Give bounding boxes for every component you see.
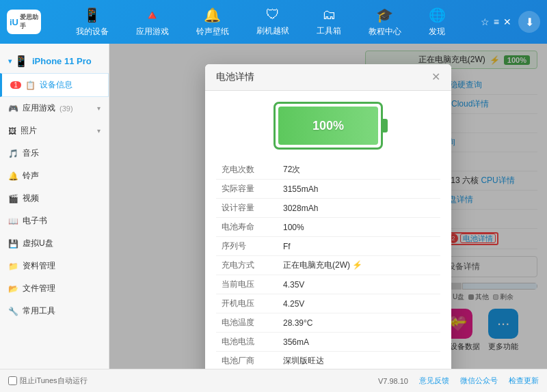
toolbox-icon: 🗂 xyxy=(322,7,336,23)
nav-discover[interactable]: 🌐 发现 xyxy=(415,1,459,43)
nav-right: ☆ ≡ ✕ ⬇ xyxy=(481,11,540,33)
sidebar-item-tools[interactable]: 🔧 常用工具 xyxy=(0,300,109,322)
file-manage-sidebar-icon: 📂 xyxy=(8,284,18,294)
modal-title: 电池详情 xyxy=(216,71,254,83)
photos-arrow-icon: ▾ xyxy=(97,127,101,135)
nav-ringtone-label: 铃声壁纸 xyxy=(196,26,229,38)
sidebar-item-music[interactable]: 🎵 音乐 xyxy=(0,142,109,165)
row-value: 28.39°C xyxy=(278,313,440,333)
jailbreak-icon: 🛡 xyxy=(266,7,280,23)
sidebar-device-label: iPhone 11 Pro xyxy=(32,56,92,66)
battery-visual: 100% xyxy=(216,102,440,150)
table-row: 开机电压 4.25V xyxy=(216,294,440,313)
nav-discover-label: 发现 xyxy=(429,26,445,38)
sidebar-ringtone-label: 铃声 xyxy=(23,170,39,182)
row-label: 电池电流 xyxy=(216,333,278,352)
row-value: 356mA xyxy=(278,333,440,352)
row-label: 开机电压 xyxy=(216,294,278,313)
bottom-bar: 阻止iTunes自动运行 V7.98.10 意见反馈 微信公众号 检查更新 xyxy=(0,369,547,392)
update-link[interactable]: 检查更新 xyxy=(509,376,539,386)
row-label: 序列号 xyxy=(216,237,278,256)
table-row: 当前电压 4.35V xyxy=(216,275,440,294)
wechat-link[interactable]: 微信公众号 xyxy=(460,376,498,386)
battery-inner: 100% xyxy=(278,107,378,145)
row-value: 3155mAh xyxy=(278,180,440,199)
music-sidebar-icon: 🎵 xyxy=(8,149,18,158)
row-value: 4.35V xyxy=(278,275,440,294)
sidebar-item-photos[interactable]: 🖼 照片 ▾ xyxy=(0,120,109,142)
apps-sidebar-icon: 🎮 xyxy=(8,104,18,113)
row-label: 电池厂商 xyxy=(216,352,278,369)
sidebar-tools-label: 常用工具 xyxy=(23,305,55,317)
device-info-badge: 1 xyxy=(10,81,21,89)
app-logo: iU 爱思助手 xyxy=(7,10,41,34)
ebook-sidebar-icon: 📖 xyxy=(8,216,18,226)
table-row: 实际容量 3155mAh xyxy=(216,180,440,199)
sidebar-item-ringtone[interactable]: 🔔 铃声 xyxy=(0,165,109,187)
phone-icon: 📱 xyxy=(14,55,28,68)
device-info-icon: 📋 xyxy=(25,81,36,90)
table-row: 设计容量 3028mAh xyxy=(216,199,440,218)
row-value: 4.25V xyxy=(278,294,440,313)
row-value: 72次 xyxy=(278,160,440,180)
nav-ringtone[interactable]: 🔔 铃声壁纸 xyxy=(183,1,243,43)
main-area: ▾ 📱 iPhone 11 Pro 1 📋 设备信息 🎮 应用游戏 (39) ▾… xyxy=(0,44,547,369)
modal-detail-table: 充电次数 72次 实际容量 3155mAh 设计容量 3028mAh 电池寿 xyxy=(216,160,440,369)
nav-items: 📱 我的设备 🔺 应用游戏 🔔 铃声壁纸 🛡 刷机越狱 🗂 工具箱 🎓 教程中心… xyxy=(41,1,481,43)
nav-tutorials[interactable]: 🎓 教程中心 xyxy=(355,1,415,43)
modal-body: 100% 充电次数 72次 实际容量 3155mAh xyxy=(205,91,451,369)
sidebar-item-device-info[interactable]: 1 📋 设备信息 xyxy=(0,73,109,97)
ringtone-icon: 🔔 xyxy=(204,7,221,23)
tutorials-icon: 🎓 xyxy=(376,7,393,23)
itunes-checkbox[interactable]: 阻止iTunes自动运行 xyxy=(8,376,88,386)
row-value: 100% xyxy=(278,218,440,237)
sidebar-data-manage-label: 资料管理 xyxy=(23,260,55,272)
sidebar-photos-label: 照片 xyxy=(21,125,37,137)
nav-apps[interactable]: 🔺 应用游戏 xyxy=(122,1,183,43)
row-value: Ff xyxy=(278,237,440,256)
itunes-checkbox-input[interactable] xyxy=(8,376,17,385)
sidebar-ebook-label: 电子书 xyxy=(23,215,47,227)
sidebar-item-udisk[interactable]: 💾 虚拟U盘 xyxy=(0,232,109,255)
battery-modal-pct: 100% xyxy=(312,119,344,133)
nav-jailbreak[interactable]: 🛡 刷机越狱 xyxy=(243,1,303,43)
sidebar-music-label: 音乐 xyxy=(23,148,39,159)
video-sidebar-icon: 🎬 xyxy=(8,194,18,204)
sidebar-video-label: 视频 xyxy=(23,193,39,204)
row-value: 深圳版旺达 xyxy=(278,352,440,369)
download-button[interactable]: ⬇ xyxy=(518,11,540,33)
sidebar-item-video[interactable]: 🎬 视频 xyxy=(0,187,109,210)
sidebar-device-info-label: 设备信息 xyxy=(40,79,72,91)
device-icon: 📱 xyxy=(83,7,101,23)
nav-toolbox[interactable]: 🗂 工具箱 xyxy=(303,1,355,43)
photos-sidebar-icon: 🖼 xyxy=(8,126,16,136)
data-manage-sidebar-icon: 📁 xyxy=(8,262,18,271)
apps-arrow-icon: ▾ xyxy=(97,104,101,112)
modal-header: 电池详情 ✕ xyxy=(205,64,451,91)
row-label: 电池温度 xyxy=(216,313,278,333)
modal-close-button[interactable]: ✕ xyxy=(431,72,440,83)
sidebar-item-data-manage[interactable]: 📁 资料管理 xyxy=(0,255,109,277)
sidebar-item-file-manage[interactable]: 📂 文件管理 xyxy=(0,277,109,300)
battery-outer: 100% xyxy=(274,102,383,150)
row-label: 电池寿命 xyxy=(216,218,278,237)
udisk-sidebar-icon: 💾 xyxy=(8,239,18,249)
feedback-link[interactable]: 意见反馈 xyxy=(419,376,449,386)
tools-sidebar-icon: 🔧 xyxy=(8,307,18,316)
nav-toolbox-label: 工具箱 xyxy=(317,25,341,37)
nav-apps-label: 应用游戏 xyxy=(136,26,169,38)
sidebar-arrow-icon: ▾ xyxy=(8,57,12,65)
nav-jailbreak-label: 刷机越狱 xyxy=(256,25,289,37)
ringtone-sidebar-icon: 🔔 xyxy=(8,171,18,181)
sidebar-item-ebook[interactable]: 📖 电子书 xyxy=(0,210,109,232)
sidebar-item-apps[interactable]: 🎮 应用游戏 (39) ▾ xyxy=(0,97,109,120)
table-row: 电池温度 28.39°C xyxy=(216,313,440,333)
battery-detail-modal: 电池详情 ✕ 100% 充电次数 xyxy=(205,64,451,369)
itunes-label: 阻止iTunes自动运行 xyxy=(20,376,88,386)
table-row: 电池寿命 100% xyxy=(216,218,440,237)
discover-icon: 🌐 xyxy=(429,7,446,23)
nav-my-device[interactable]: 📱 我的设备 xyxy=(62,1,122,43)
table-row: 序列号 Ff xyxy=(216,237,440,256)
sidebar-udisk-label: 虚拟U盘 xyxy=(23,238,53,249)
version-label: V7.98.10 xyxy=(378,377,408,385)
